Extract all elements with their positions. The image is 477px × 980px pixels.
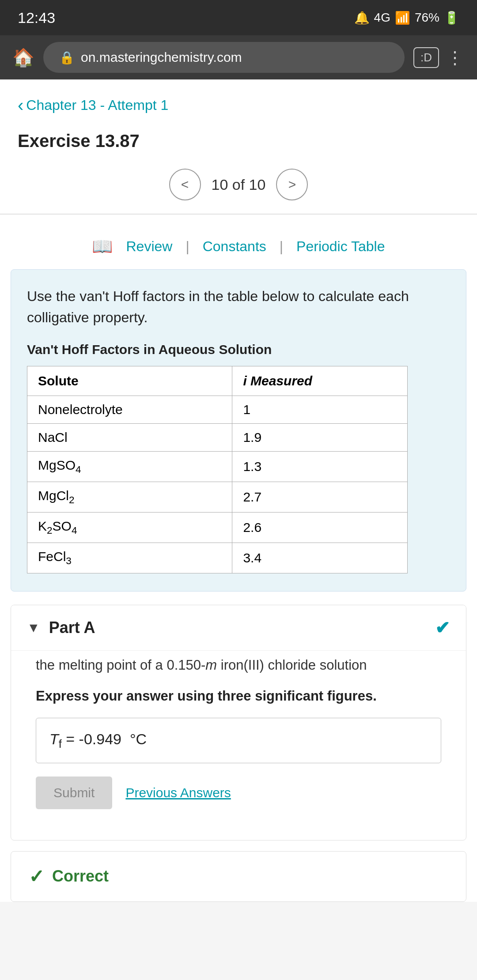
chevron-right-icon: > bbox=[288, 177, 296, 192]
table-row: MgSO4 1.3 bbox=[27, 452, 408, 482]
battery-percent: 76% bbox=[415, 11, 439, 25]
chapter-header: Chapter 13 - Attempt 1 bbox=[0, 79, 477, 124]
tab-count[interactable]: :D bbox=[413, 47, 439, 68]
home-icon[interactable]: 🏠 bbox=[12, 47, 34, 68]
question-progress: 10 of 10 bbox=[212, 176, 266, 193]
part-a-title: Part A bbox=[49, 618, 95, 637]
book-icon: 📖 bbox=[92, 237, 113, 256]
action-row: Submit Previous Answers bbox=[36, 776, 441, 809]
chapter-back-link[interactable]: Chapter 13 - Attempt 1 bbox=[18, 95, 459, 115]
solute-mgso4: MgSO4 bbox=[27, 452, 232, 482]
part-a-check-icon: ✔ bbox=[435, 618, 450, 638]
part-a-body: the melting point of a 0.150-m iron(III)… bbox=[11, 650, 466, 840]
lock-icon: 🔒 bbox=[59, 50, 75, 65]
question-intro-text: Use the van't Hoff factors in the table … bbox=[27, 286, 450, 328]
i-nonelectrolyte: 1 bbox=[232, 396, 408, 424]
resource-toolbar: 📖 Review | Constants | Periodic Table bbox=[0, 228, 477, 269]
alarm-icon: 🔔 bbox=[354, 11, 370, 25]
part-a-chevron-icon: ▼ bbox=[27, 620, 40, 635]
solute-mgcl2: MgCl2 bbox=[27, 482, 232, 513]
constants-link[interactable]: Constants bbox=[203, 238, 266, 255]
url-text: on.masteringchemistry.com bbox=[81, 50, 242, 65]
review-link[interactable]: Review bbox=[126, 238, 172, 255]
correct-banner: ✓ Correct bbox=[11, 851, 466, 902]
url-bar[interactable]: 🔒 on.masteringchemistry.com bbox=[43, 42, 405, 73]
part-a-instruction: Express your answer using three signific… bbox=[36, 686, 441, 705]
toolbar-sep-2: | bbox=[280, 238, 283, 255]
question-card: Use the van't Hoff factors in the table … bbox=[11, 269, 466, 592]
table-header-imeasured: i Measured bbox=[232, 366, 408, 396]
answer-formula: Tf = -0.949 °C bbox=[49, 731, 147, 750]
prev-question-button[interactable]: < bbox=[169, 169, 201, 200]
next-question-button[interactable]: > bbox=[276, 169, 308, 200]
table-row: NaCl 1.9 bbox=[27, 424, 408, 452]
part-a-header-left: ▼ Part A bbox=[27, 618, 95, 637]
toolbar-sep-1: | bbox=[186, 238, 189, 255]
status-icons: 🔔 4G 📶 76% 🔋 bbox=[354, 11, 459, 25]
i-k2so4: 2.6 bbox=[232, 513, 408, 543]
status-time: 12:43 bbox=[18, 9, 55, 26]
battery-icon: 🔋 bbox=[444, 11, 459, 25]
correct-text: Correct bbox=[52, 867, 109, 886]
previous-answers-link[interactable]: Previous Answers bbox=[125, 785, 231, 800]
i-nacl: 1.9 bbox=[232, 424, 408, 452]
i-mgso4: 1.3 bbox=[232, 452, 408, 482]
vhoff-table: Solute i Measured Nonelectrolyte 1 NaCl … bbox=[27, 366, 408, 573]
submit-button[interactable]: Submit bbox=[36, 776, 112, 809]
solute-k2so4: K2SO4 bbox=[27, 513, 232, 543]
browser-bar: 🏠 🔒 on.masteringchemistry.com :D ⋮ bbox=[0, 35, 477, 79]
solute-fecl3: FeCl3 bbox=[27, 543, 232, 573]
solute-nacl: NaCl bbox=[27, 424, 232, 452]
browser-actions: :D ⋮ bbox=[413, 47, 465, 68]
status-bar: 12:43 🔔 4G 📶 76% 🔋 bbox=[0, 0, 477, 35]
signal-strength: 4G bbox=[374, 11, 390, 25]
part-a-header[interactable]: ▼ Part A ✔ bbox=[11, 605, 466, 650]
section-divider bbox=[0, 214, 477, 215]
answer-input-box[interactable]: Tf = -0.949 °C bbox=[36, 718, 441, 763]
solute-nonelectrolyte: Nonelectrolyte bbox=[27, 396, 232, 424]
question-navigation: < 10 of 10 > bbox=[0, 160, 477, 214]
periodic-table-link[interactable]: Periodic Table bbox=[296, 238, 385, 255]
correct-check-icon: ✓ bbox=[29, 866, 44, 887]
part-a-section: ▼ Part A ✔ the melting point of a 0.150-… bbox=[11, 605, 466, 841]
table-row: FeCl3 3.4 bbox=[27, 543, 408, 573]
i-fecl3: 3.4 bbox=[232, 543, 408, 573]
table-row: Nonelectrolyte 1 bbox=[27, 396, 408, 424]
table-title: Van't Hoff Factors in Aqueous Solution bbox=[27, 342, 450, 357]
wifi-icon: 📶 bbox=[395, 11, 410, 25]
table-row: K2SO4 2.6 bbox=[27, 513, 408, 543]
table-row: MgCl2 2.7 bbox=[27, 482, 408, 513]
main-content: Chapter 13 - Attempt 1 Exercise 13.87 < … bbox=[0, 79, 477, 902]
part-a-question-text: the melting point of a 0.150-m iron(III)… bbox=[36, 655, 441, 676]
more-menu-icon[interactable]: ⋮ bbox=[446, 47, 465, 68]
i-mgcl2: 2.7 bbox=[232, 482, 408, 513]
table-header-solute: Solute bbox=[27, 366, 232, 396]
exercise-title: Exercise 13.87 bbox=[0, 124, 477, 160]
chevron-left-icon: < bbox=[181, 177, 189, 192]
